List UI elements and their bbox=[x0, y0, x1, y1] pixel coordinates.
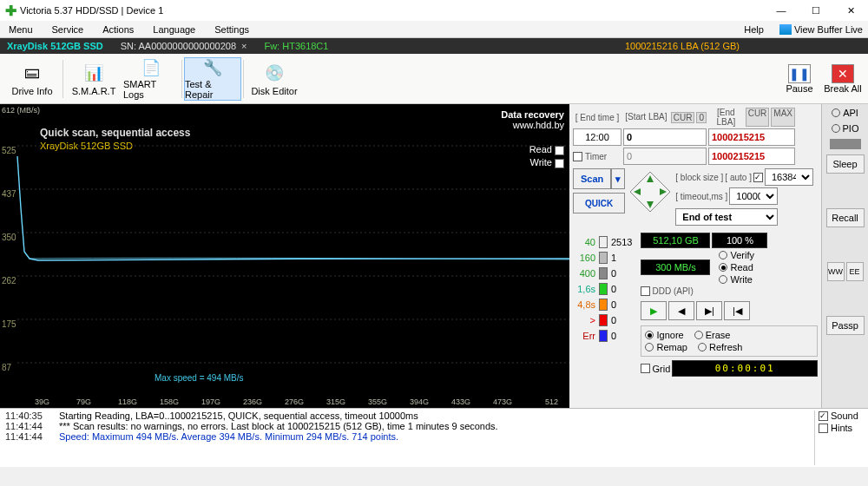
break-all-button[interactable]: ✕ Break All bbox=[821, 57, 865, 101]
rate-box: 300 MB/s bbox=[641, 259, 710, 275]
test-repair-button[interactable]: 🔧 Test & Repair bbox=[184, 57, 241, 101]
max-button[interactable]: MAX bbox=[771, 108, 795, 127]
drive-info-button[interactable]: 🖴 Drive Info bbox=[3, 57, 61, 101]
minimize-button[interactable]: — bbox=[764, 0, 799, 21]
scan-panel: [ End time ] [Start LBA] CUR 0 [End LBA]… bbox=[569, 104, 821, 408]
stop-icon: ✕ bbox=[832, 64, 854, 83]
smart-logs-button[interactable]: 📄 SMART Logs bbox=[122, 57, 180, 101]
end-lba-readonly bbox=[708, 148, 795, 165]
view-buffer-live[interactable]: View Buffer Live bbox=[794, 24, 863, 35]
skip-next-button[interactable]: ▶| bbox=[696, 301, 722, 320]
sn-close-icon[interactable]: × bbox=[241, 41, 247, 51]
rewind-button[interactable]: ◀ bbox=[668, 301, 694, 320]
capacity-box: 512,10 GB bbox=[641, 233, 710, 248]
latency-blocks: 402513 1601 4000 1,6s0 4,8s0 >0 Err0 bbox=[573, 236, 632, 378]
auto-label: [ auto ] bbox=[725, 173, 752, 182]
lba-info: 1000215216 LBA (512 GB) bbox=[625, 41, 740, 51]
x-tick: 473G bbox=[493, 397, 512, 406]
pause-button[interactable]: ❚❚ Pause bbox=[778, 57, 821, 101]
write-radio[interactable]: Write bbox=[719, 274, 754, 285]
menu-actions[interactable]: Actions bbox=[99, 23, 149, 36]
sleep-button[interactable]: Sleep bbox=[826, 154, 865, 174]
skip-prev-button[interactable]: |◀ bbox=[724, 301, 750, 320]
smart-icon: 📊 bbox=[82, 62, 105, 84]
titlebar: ✚ Victoria 5.37 HDD/SSD | Device 1 — ☐ ✕ bbox=[0, 0, 868, 21]
window-title: Victoria 5.37 HDD/SSD | Device 1 bbox=[20, 5, 764, 16]
pct-box: 100 % bbox=[712, 233, 767, 248]
pause-icon: ❚❚ bbox=[788, 64, 811, 83]
app-icon: ✚ bbox=[5, 3, 16, 19]
read-radio[interactable]: Read bbox=[719, 262, 754, 273]
recall-button[interactable]: Recall bbox=[826, 208, 865, 227]
menu-menu[interactable]: Menu bbox=[5, 23, 49, 36]
menu-service[interactable]: Service bbox=[49, 23, 100, 36]
quick-button[interactable]: QUICK bbox=[573, 193, 625, 213]
toolbar: 🖴 Drive Info 📊 S.M.A.R.T 📄 SMART Logs 🔧 … bbox=[0, 54, 868, 104]
ddd-checkbox[interactable] bbox=[641, 286, 650, 296]
x-tick: 276G bbox=[285, 397, 304, 406]
smart-label: S.M.A.R.T bbox=[72, 86, 116, 96]
passp-button[interactable]: Passp bbox=[826, 316, 865, 335]
x-tick: 236G bbox=[243, 397, 262, 406]
nav-diamond[interactable] bbox=[627, 168, 674, 215]
x-tick: 355G bbox=[368, 397, 387, 406]
pio-radio[interactable]: PIO bbox=[832, 123, 859, 134]
disk-editor-label: Disk Editor bbox=[251, 86, 297, 96]
device-info-bar: XrayDisk 512GB SSD SN: AA000000000000020… bbox=[0, 38, 868, 54]
buffer-icon bbox=[779, 24, 792, 35]
close-button[interactable]: ✕ bbox=[833, 0, 868, 21]
refresh-radio[interactable]: Refresh bbox=[698, 342, 743, 352]
drive-icon: 🖴 bbox=[21, 62, 43, 84]
erase-radio[interactable]: Erase bbox=[694, 330, 731, 340]
x-tick: 512 bbox=[545, 397, 558, 406]
timer-checkbox[interactable] bbox=[573, 152, 582, 161]
maximize-button[interactable]: ☐ bbox=[799, 0, 833, 21]
ddd-label: DDD (API) bbox=[652, 286, 693, 296]
firmware: Fw: HT3618C1 bbox=[264, 41, 328, 51]
ee-button[interactable]: EE bbox=[846, 262, 864, 281]
wrench-icon: 🔧 bbox=[201, 58, 224, 77]
smart-button[interactable]: 📊 S.M.A.R.T bbox=[65, 57, 122, 101]
break-all-label: Break All bbox=[824, 83, 861, 94]
sound-checkbox[interactable] bbox=[819, 411, 828, 421]
remap-radio[interactable]: Remap bbox=[645, 342, 687, 352]
log-icon: 📄 bbox=[140, 58, 162, 77]
indicator-icon bbox=[830, 139, 861, 149]
speed-curve bbox=[0, 104, 569, 408]
hints-checkbox[interactable] bbox=[819, 424, 828, 433]
menu-settings[interactable]: Settings bbox=[211, 23, 265, 36]
ignore-radio[interactable]: Ignore bbox=[645, 330, 683, 340]
x-tick: 197G bbox=[201, 397, 220, 406]
cur-button[interactable]: CUR bbox=[671, 112, 695, 123]
log-panel: 11:40:35Starting Reading, LBA=0..1000215… bbox=[0, 408, 868, 467]
menu-help[interactable]: Help bbox=[740, 23, 779, 36]
scan-dropdown[interactable]: ▾ bbox=[611, 168, 625, 189]
block-size-select[interactable]: 16384 bbox=[765, 168, 813, 186]
log-line: 11:40:35Starting Reading, LBA=0..1000215… bbox=[5, 410, 814, 421]
end-lba-input[interactable] bbox=[708, 128, 795, 146]
timeout-select[interactable]: 10000 bbox=[729, 187, 778, 205]
grid-label: Grid bbox=[652, 364, 670, 374]
end-time-input[interactable] bbox=[573, 128, 621, 146]
disk-editor-button[interactable]: 💿 Disk Editor bbox=[246, 57, 303, 101]
api-radio[interactable]: API bbox=[832, 108, 858, 118]
timer-label: Timer bbox=[585, 152, 607, 161]
scan-button[interactable]: Scan bbox=[573, 168, 611, 189]
x-tick: 158G bbox=[160, 397, 179, 406]
x-tick: 315G bbox=[326, 397, 345, 406]
end-of-test-select[interactable]: End of test bbox=[675, 208, 778, 226]
menu-language[interactable]: Language bbox=[149, 23, 211, 36]
grid-checkbox[interactable] bbox=[641, 364, 650, 373]
verify-radio[interactable]: Verify bbox=[719, 250, 754, 260]
zero-button[interactable]: 0 bbox=[696, 112, 707, 123]
disk-name: XrayDisk 512GB SSD bbox=[7, 41, 103, 51]
ww-button[interactable]: WW bbox=[827, 262, 845, 281]
cur-button-2[interactable]: CUR bbox=[746, 108, 770, 127]
start-lba-input[interactable] bbox=[623, 128, 707, 146]
start-lba-readonly bbox=[623, 148, 707, 165]
auto-checkbox[interactable] bbox=[753, 173, 763, 182]
elapsed-clock: 00:00:01 bbox=[672, 360, 818, 377]
play-button[interactable]: ▶ bbox=[641, 301, 667, 320]
pause-label: Pause bbox=[786, 83, 812, 94]
hints-label: Hints bbox=[831, 423, 852, 433]
